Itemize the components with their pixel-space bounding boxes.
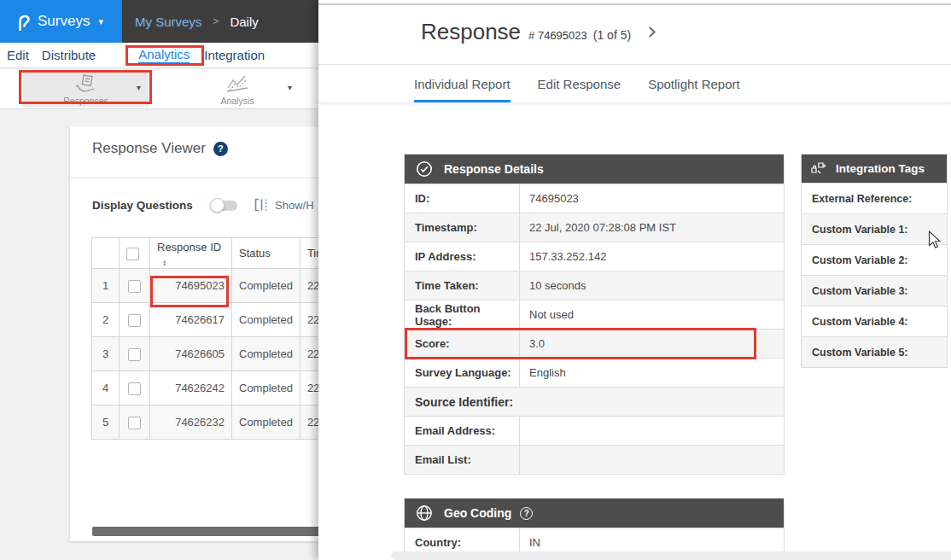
nav-item-distribute[interactable]: Distribute bbox=[42, 48, 96, 62]
sort-icon[interactable]: ▲▼ bbox=[162, 260, 166, 266]
product-name: Surveys bbox=[38, 13, 90, 30]
detail-label: Email List: bbox=[405, 446, 520, 474]
response-details-panel: Response Details ID: 74695023 Timestamp:… bbox=[404, 154, 785, 475]
detail-value: 74695023 bbox=[520, 192, 579, 205]
detail-label: IP Address: bbox=[405, 242, 520, 271]
integration-tags-panel: Integration Tags External Reference: Cus… bbox=[801, 154, 948, 368]
geo-coding-header: Geo Coding ? bbox=[405, 499, 784, 528]
detail-label: Score: bbox=[405, 330, 520, 358]
row-checkbox[interactable] bbox=[128, 280, 141, 293]
drawer-title: Response bbox=[421, 19, 521, 45]
survey-nav-bar: Edit Distribute Analytics Integration bbox=[0, 43, 318, 68]
nav-item-integration[interactable]: Integration bbox=[204, 48, 265, 62]
row-number: 4 bbox=[92, 371, 120, 405]
row-number: 5 bbox=[92, 405, 120, 440]
integration-label: Custom Variable 5: bbox=[802, 337, 947, 367]
tab-individual-report[interactable]: Individual Report bbox=[414, 65, 511, 102]
response-id-link[interactable]: 74626242 bbox=[150, 371, 232, 405]
tab-spotlight-report[interactable]: Spotlight Report bbox=[648, 65, 740, 102]
integration-tags-header: Integration Tags bbox=[802, 155, 947, 183]
top-bar: Surveys ▾ My Surveys > Daily bbox=[0, 0, 318, 43]
detail-row: Timestamp: 22 Jul, 2020 07:28:08 PM IST bbox=[405, 213, 784, 242]
status-cell: Completed bbox=[232, 337, 300, 371]
show-hide-columns-button[interactable]: Show/H bbox=[254, 198, 314, 212]
detail-row: Back Button Usage: Not used bbox=[405, 300, 784, 329]
response-id-link[interactable]: 74626232 bbox=[150, 405, 232, 440]
panel-title: Response Details bbox=[444, 162, 544, 176]
product-menu[interactable]: Surveys ▾ bbox=[0, 0, 122, 43]
breadcrumb-survey-name[interactable]: Daily bbox=[230, 15, 258, 29]
ribbon-item-analysis[interactable]: ▾ Analysis bbox=[175, 72, 300, 107]
analysis-label: Analysis bbox=[175, 96, 300, 106]
detail-row: ID: 74695023 bbox=[405, 184, 784, 213]
row-checkbox[interactable] bbox=[128, 348, 141, 361]
response-position: (1 of 5) bbox=[593, 28, 631, 42]
status-cell: Completed bbox=[232, 405, 300, 440]
row-number-header bbox=[92, 238, 120, 269]
row-number: 2 bbox=[92, 303, 120, 337]
detail-row: Email Address: bbox=[405, 416, 784, 445]
responses-caret-icon[interactable]: ▾ bbox=[137, 83, 141, 92]
product-caret-icon: ▾ bbox=[98, 16, 103, 27]
help-icon[interactable]: ? bbox=[213, 142, 228, 156]
response-id-header[interactable]: Response ID▲▼ bbox=[150, 238, 232, 269]
response-id-link[interactable]: 74695023 bbox=[150, 269, 232, 303]
detail-row: IP Address: 157.33.252.142 bbox=[405, 242, 784, 271]
detail-value: 157.33.252.142 bbox=[520, 250, 606, 263]
row-checkbox[interactable] bbox=[128, 382, 141, 395]
row-select-cell bbox=[120, 337, 150, 371]
analysis-icon bbox=[175, 73, 300, 94]
row-checkbox[interactable] bbox=[128, 314, 141, 327]
questionpro-logo-icon bbox=[17, 12, 31, 31]
integration-label: Custom Variable 3: bbox=[802, 276, 947, 306]
puzzle-icon bbox=[810, 160, 826, 177]
status-cell: Completed bbox=[232, 303, 300, 337]
drawer-tabs: Individual Report Edit Response Spotligh… bbox=[318, 64, 951, 103]
row-select-cell bbox=[120, 371, 150, 405]
detail-row: Survey Language: English bbox=[405, 358, 784, 387]
show-hide-columns-label: Show/H bbox=[275, 199, 314, 212]
row-number: 3 bbox=[92, 337, 120, 371]
display-questions-label: Display Questions bbox=[92, 199, 193, 212]
nav-item-analytics[interactable]: Analytics bbox=[138, 47, 190, 64]
detail-row-score: Score: 3.0 bbox=[405, 329, 784, 358]
status-cell: Completed bbox=[232, 269, 300, 303]
detail-value: 22 Jul, 2020 07:28:08 PM IST bbox=[520, 221, 676, 234]
integration-label: External Reference: bbox=[802, 184, 947, 213]
integration-row: Custom Variable 2: bbox=[802, 244, 947, 275]
display-questions-toggle[interactable] bbox=[212, 201, 237, 211]
response-details-header: Response Details bbox=[405, 155, 784, 184]
detail-label: Source Identifier: bbox=[405, 388, 784, 416]
response-detail-drawer: Response # 74695023 (1 of 5) Individual … bbox=[318, 0, 951, 560]
response-id-link[interactable]: 74626605 bbox=[150, 337, 232, 371]
show-hide-columns-icon bbox=[254, 198, 269, 212]
row-select-cell bbox=[120, 405, 150, 440]
detail-row: Source Identifier: bbox=[405, 387, 784, 416]
select-all-header bbox=[120, 238, 150, 269]
breadcrumb-my-surveys[interactable]: My Surveys bbox=[135, 15, 201, 29]
drawer-scroll-track[interactable] bbox=[391, 551, 951, 560]
tab-edit-response[interactable]: Edit Response bbox=[538, 65, 621, 102]
select-all-checkbox[interactable] bbox=[126, 248, 139, 260]
detail-row: Email List: bbox=[405, 445, 784, 474]
next-response-chevron-icon[interactable] bbox=[645, 26, 656, 38]
response-id-link[interactable]: 74626617 bbox=[150, 303, 232, 337]
integration-label: Custom Variable 2: bbox=[802, 245, 947, 275]
detail-label: Survey Language: bbox=[405, 359, 520, 387]
nav-item-edit[interactable]: Edit bbox=[7, 48, 29, 62]
detail-label: ID: bbox=[405, 184, 520, 213]
integration-label: Custom Variable 4: bbox=[802, 306, 947, 336]
panel-title: Integration Tags bbox=[836, 162, 925, 175]
analysis-caret-icon[interactable]: ▾ bbox=[288, 83, 292, 92]
status-header[interactable]: Status bbox=[232, 238, 300, 269]
row-checkbox[interactable] bbox=[128, 417, 141, 429]
status-cell: Completed bbox=[232, 371, 300, 405]
globe-icon bbox=[416, 505, 433, 522]
mouse-cursor bbox=[928, 230, 941, 249]
geo-help-icon[interactable]: ? bbox=[520, 507, 533, 520]
responses-icon bbox=[23, 73, 149, 94]
breadcrumb-separator: > bbox=[213, 15, 219, 27]
ribbon-item-responses[interactable]: ▾ Responses bbox=[23, 72, 149, 107]
detail-value: IN bbox=[520, 536, 540, 549]
toggle-knob[interactable] bbox=[210, 198, 225, 213]
